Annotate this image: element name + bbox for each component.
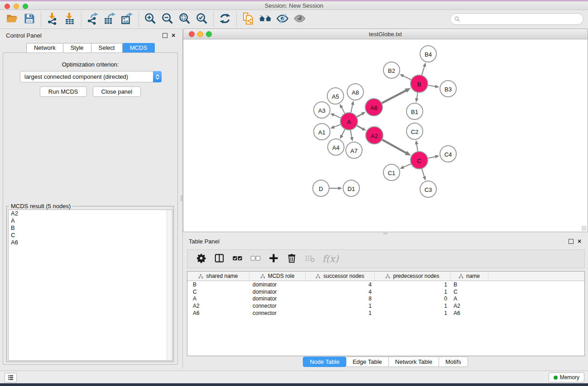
network-node-C3[interactable]: C3 (420, 181, 436, 197)
column-layout-button[interactable] (211, 251, 227, 267)
save-session-button[interactable] (21, 11, 38, 28)
table-cell[interactable]: 4 (306, 289, 375, 295)
close-panel-button[interactable]: Close panel (93, 86, 141, 97)
edge-A-A6[interactable] (357, 114, 363, 117)
export-table-button[interactable] (101, 11, 119, 28)
table-cell[interactable]: A2 (450, 303, 488, 309)
network-node-C4[interactable]: C4 (440, 146, 456, 162)
table-cell[interactable]: dominator (249, 289, 306, 295)
edge-C-C1[interactable] (403, 164, 411, 167)
table-cell[interactable]: 1 (375, 303, 450, 309)
table-cell[interactable]: 1 (306, 303, 375, 309)
table-cell[interactable]: A (187, 295, 249, 302)
network-node-A4[interactable]: A4 (328, 139, 344, 155)
hide-details-button[interactable] (274, 11, 291, 28)
network-canvas[interactable]: AA1A2A3A4A5A6A7A8BB1B2B3B4CC1C2C3C4DD1 (183, 39, 588, 232)
edge-C-C3[interactable] (422, 169, 425, 177)
run-mcds-button[interactable]: Run MCDS (40, 86, 87, 97)
search-box[interactable] (450, 13, 583, 25)
tab-edge-table[interactable]: Edge Table (346, 357, 389, 367)
edge-B-B4[interactable] (422, 66, 425, 75)
edge-A-A3[interactable] (333, 114, 341, 118)
select-all-button[interactable] (229, 251, 245, 267)
edge-A-A1[interactable] (333, 124, 340, 127)
table-cell[interactable]: connector (249, 310, 306, 316)
table-cell[interactable]: 1 (375, 281, 450, 288)
table-cell[interactable]: 0 (375, 295, 450, 302)
tab-network-table[interactable]: Network Table (389, 357, 439, 367)
edge-A-A2[interactable] (357, 126, 363, 129)
edge-A-A8[interactable] (351, 104, 353, 112)
edge-B-B3[interactable] (428, 85, 436, 86)
network-graph[interactable]: AA1A2A3A4A5A6A7A8BB1B2B3B4CC1C2C3C4DD1 (183, 39, 588, 231)
home-button[interactable] (257, 11, 274, 28)
table-cell[interactable]: A6 (187, 310, 249, 316)
float-panel-button[interactable] (163, 33, 167, 38)
column-header-shared-name[interactable]: shared name (187, 272, 249, 281)
result-list-item[interactable]: B (9, 224, 172, 232)
network-document-button[interactable] (239, 11, 257, 28)
export-network-button[interactable] (84, 11, 101, 28)
table-cell[interactable]: A6 (450, 310, 488, 316)
table-row[interactable]: Adominator80A (187, 295, 584, 302)
criterion-dropdown[interactable]: largest connected component (directed) (20, 71, 162, 82)
network-node-C[interactable]: C (411, 152, 428, 169)
show-details-button[interactable] (291, 11, 308, 28)
network-node-A6[interactable]: A6 (365, 99, 382, 116)
zoom-in-button[interactable] (142, 11, 159, 28)
add-column-button[interactable] (265, 251, 282, 267)
network-node-A[interactable]: A (340, 113, 358, 130)
table-row[interactable]: Bdominator41B (187, 281, 584, 288)
table-cell[interactable]: dominator (249, 281, 306, 288)
zoom-selected-button[interactable] (193, 11, 210, 28)
table-row[interactable]: A6connector11A6 (187, 310, 584, 317)
result-list-item[interactable]: A (9, 217, 172, 224)
table-cell[interactable]: A2 (187, 303, 249, 309)
import-table-button[interactable] (61, 11, 78, 28)
table-settings-gear-button[interactable] (193, 251, 209, 267)
import-network-button[interactable] (44, 11, 61, 28)
refresh-button[interactable] (216, 11, 234, 28)
table-cell[interactable]: 4 (306, 281, 375, 288)
network-window-titlebar[interactable]: testGlobe.txt (183, 29, 588, 39)
result-list-item[interactable]: A6 (9, 239, 172, 246)
edge-A-A4[interactable] (341, 129, 345, 136)
network-node-B[interactable]: B (411, 75, 428, 92)
search-input[interactable] (463, 14, 583, 24)
tab-motifs[interactable]: Motifs (439, 357, 468, 367)
column-header-MCDS-role[interactable]: MCDS role (249, 272, 306, 281)
edge-B-B2[interactable] (402, 76, 411, 80)
edge-C-C4[interactable] (428, 157, 436, 158)
network-node-D1[interactable]: D1 (343, 180, 359, 196)
table-cell[interactable]: C (187, 289, 249, 295)
mcds-result-list[interactable]: A2ABCA6 (8, 210, 172, 361)
result-scrollbar[interactable] (167, 210, 172, 360)
network-node-A2[interactable]: A2 (366, 127, 383, 144)
result-list-item[interactable]: A2 (9, 210, 172, 217)
deselect-all-button[interactable] (247, 251, 263, 267)
close-table-panel-button[interactable]: × (576, 238, 583, 245)
tab-network[interactable]: Network (26, 43, 63, 53)
network-node-B3[interactable]: B3 (440, 81, 456, 97)
network-node-A7[interactable]: A7 (346, 142, 362, 158)
delete-column-button[interactable] (283, 251, 300, 267)
zoom-fit-button[interactable] (176, 11, 193, 28)
column-header-name[interactable]: name (450, 272, 488, 281)
edge-B-B1[interactable] (416, 93, 417, 100)
network-node-B4[interactable]: B4 (420, 46, 436, 62)
open-session-button[interactable] (4, 11, 21, 28)
resize-grip-icon[interactable] (582, 226, 587, 231)
tab-style[interactable]: Style (63, 43, 91, 53)
network-node-C1[interactable]: C1 (383, 164, 400, 181)
tab-select[interactable]: Select (91, 43, 123, 53)
horizontal-splitter-grip[interactable] (383, 233, 387, 234)
network-node-B2[interactable]: B2 (383, 62, 400, 78)
table-cell[interactable]: 8 (306, 295, 375, 302)
export-image-button[interactable] (119, 11, 136, 28)
edge-A6-B[interactable] (382, 90, 407, 103)
network-node-D[interactable]: D (313, 180, 329, 196)
edge-C-C2[interactable] (416, 143, 418, 152)
memory-button[interactable]: Memory (549, 372, 584, 382)
table-cell[interactable]: dominator (249, 295, 306, 302)
network-node-A8[interactable]: A8 (347, 84, 363, 100)
